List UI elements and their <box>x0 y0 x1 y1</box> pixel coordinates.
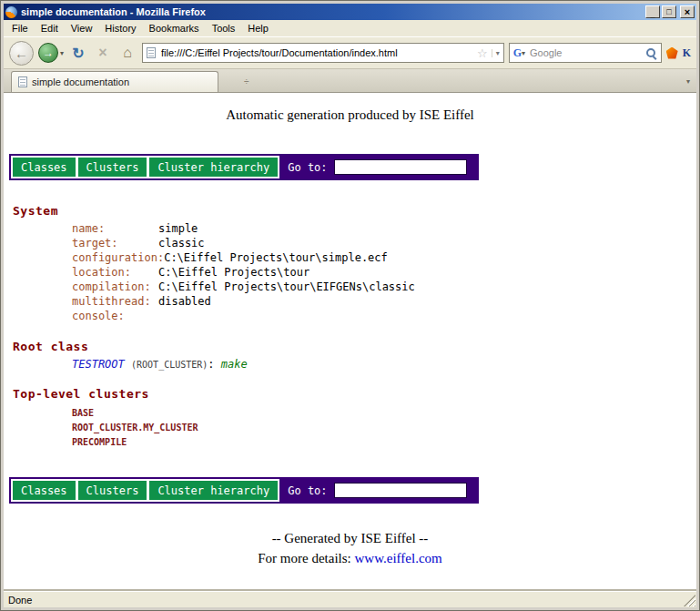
tab-simple-documentation[interactable]: simple documentation <box>11 71 218 92</box>
classes-button[interactable]: Classes <box>13 158 76 177</box>
doc-navbar-top: Classes Clusters Cluster hierarchy Go to… <box>9 154 479 180</box>
system-section: System name:simple target:classic config… <box>13 204 696 323</box>
goto-section-bottom: Go to: <box>279 479 477 502</box>
root-class-section: Root class TESTROOT (ROOT_CLUSTER): make <box>13 340 696 371</box>
doc-footer: -- Generated by ISE Eiffel -- For more d… <box>4 531 696 566</box>
doc-navbar-bottom: Classes Clusters Cluster hierarchy Go to… <box>9 477 479 504</box>
forward-history-dropdown-icon[interactable]: ▾ <box>60 49 64 57</box>
system-row: location:C:\Eiffel Projects\tour <box>72 265 696 280</box>
system-row: configuration:C:\Eiffel Projects\tour\si… <box>72 250 696 265</box>
navigation-toolbar: ← → ▾ ↻ × ⌂ ☆ ▾ G ▾ K <box>4 37 696 69</box>
classes-button-bottom[interactable]: Classes <box>13 481 76 500</box>
url-bar: ☆ ▾ <box>142 43 504 63</box>
tab-label: simple documentation <box>32 76 129 87</box>
system-row: multithread:disabled <box>72 294 696 309</box>
clusters-section: Top-level clusters BASE ROOT_CLUSTER.MY_… <box>13 387 696 450</box>
titlebar[interactable]: simple documentation - Mozilla Firefox _… <box>4 4 696 20</box>
addon-icon-orange[interactable] <box>666 47 678 59</box>
list-all-tabs-icon[interactable]: ▾ <box>686 77 693 86</box>
status-bar: Done <box>4 591 696 607</box>
doc-header: Automatic generation produced by ISE Eif… <box>4 107 696 123</box>
menu-help[interactable]: Help <box>241 22 275 35</box>
goto-section: Go to: <box>279 156 477 178</box>
root-class-line: TESTROOT (ROOT_CLUSTER): make <box>72 358 696 371</box>
firefox-icon <box>5 6 17 18</box>
goto-label-bottom: Go to: <box>288 484 327 497</box>
goto-input-bottom[interactable] <box>334 483 467 498</box>
google-icon[interactable]: G <box>513 46 522 60</box>
system-rows: name:simple target:classic configuration… <box>72 221 696 323</box>
eiffel-site-link[interactable]: www.eiffel.com <box>355 551 442 565</box>
menu-tools[interactable]: Tools <box>206 22 242 35</box>
menubar: File Edit View History Bookmarks Tools H… <box>4 20 696 37</box>
addon-icon-k[interactable]: K <box>683 46 691 60</box>
tab-favicon <box>18 76 27 87</box>
clusters-heading: Top-level clusters <box>13 387 696 401</box>
bookmark-star-icon[interactable]: ☆ <box>477 46 488 60</box>
menu-edit[interactable]: Edit <box>35 22 65 35</box>
goto-input[interactable] <box>334 159 467 175</box>
menu-bookmarks[interactable]: Bookmarks <box>143 22 206 35</box>
generated-by-line: -- Generated by ISE Eiffel -- <box>4 531 696 546</box>
root-class-link[interactable]: TESTROOT <box>72 358 125 371</box>
tab-strip-widget-icon[interactable]: ÷ <box>244 76 249 87</box>
system-heading: System <box>13 204 696 218</box>
stop-button[interactable]: × <box>93 43 113 63</box>
cluster-link-root-cluster[interactable]: ROOT_CLUSTER.MY_CLUSTER <box>72 421 696 435</box>
details-line: For more details: www.eiffel.com <box>4 551 696 566</box>
tab-strip: simple documentation ÷ ▾ <box>4 69 696 93</box>
cluster-list: BASE ROOT_CLUSTER.MY_CLUSTER PRECOMPILE <box>72 406 696 450</box>
url-input[interactable] <box>159 45 473 61</box>
search-engine-dropdown-icon[interactable]: ▾ <box>522 49 525 57</box>
forward-button[interactable]: → <box>38 43 58 63</box>
cluster-link-precompile[interactable]: PRECOMPILE <box>72 435 696 450</box>
root-cluster-ref: (ROOT_CLUSTER) <box>131 360 208 370</box>
system-row: target:classic <box>72 236 696 250</box>
system-row: name:simple <box>72 221 696 236</box>
root-feature-link[interactable]: make <box>221 358 248 371</box>
root-class-heading: Root class <box>13 340 696 353</box>
minimize-button[interactable]: _ <box>645 5 660 18</box>
menu-view[interactable]: View <box>65 22 99 35</box>
maximize-button[interactable]: □ <box>662 5 676 18</box>
system-row: compilation:C:\Eiffel Projects\tour\EIFG… <box>72 280 696 294</box>
menu-file[interactable]: File <box>5 22 35 35</box>
search-box: G ▾ <box>509 43 662 63</box>
status-text: Done <box>8 595 32 606</box>
cluster-link-base[interactable]: BASE <box>72 406 696 421</box>
reload-button[interactable]: ↻ <box>68 43 88 63</box>
system-row: console: <box>72 309 696 323</box>
cluster-hierarchy-button[interactable]: Cluster hierarchy <box>149 158 278 177</box>
page-icon <box>147 47 156 58</box>
firefox-window: simple documentation - Mozilla Firefox _… <box>0 0 700 611</box>
url-dropdown-icon[interactable]: ▾ <box>492 49 500 57</box>
cluster-hierarchy-button-bottom[interactable]: Cluster hierarchy <box>149 481 278 500</box>
search-magnifier-icon[interactable] <box>645 47 657 59</box>
home-button[interactable]: ⌂ <box>117 43 137 63</box>
page-content: Automatic generation produced by ISE Eif… <box>4 93 696 591</box>
back-button[interactable]: ← <box>9 41 34 66</box>
clusters-button-bottom[interactable]: Clusters <box>78 481 147 500</box>
close-button[interactable]: × <box>680 5 695 18</box>
menu-history[interactable]: History <box>98 22 142 35</box>
window-title: simple documentation - Mozilla Firefox <box>21 6 644 17</box>
resize-grip[interactable] <box>684 595 695 606</box>
clusters-button[interactable]: Clusters <box>78 158 147 177</box>
search-input[interactable] <box>528 45 643 61</box>
goto-label: Go to: <box>288 161 327 174</box>
